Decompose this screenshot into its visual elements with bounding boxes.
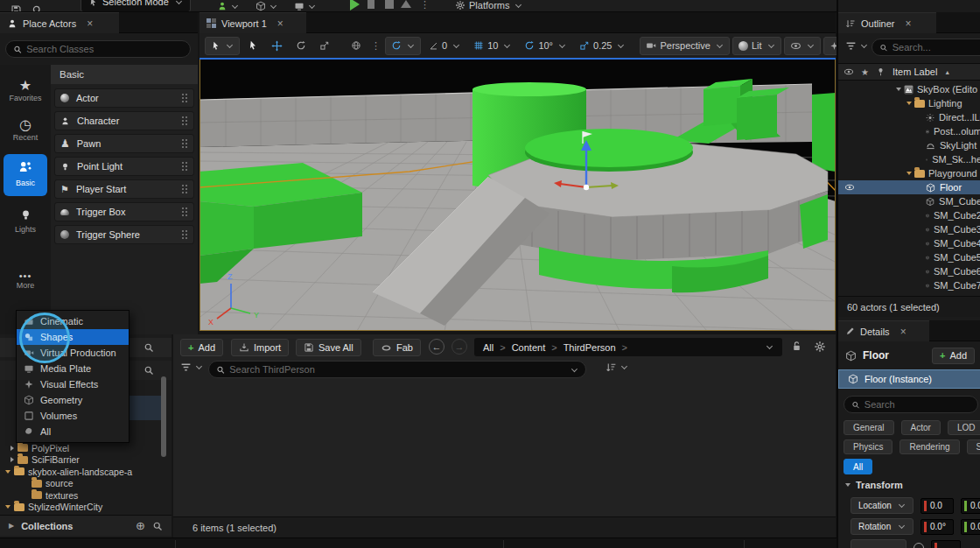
sort-view-dropdown[interactable] (606, 362, 628, 373)
search-icon[interactable] (152, 521, 163, 531)
placeable-item-player-start[interactable]: ⚑ Player Start (54, 179, 194, 199)
rotate-tool-button[interactable] (290, 37, 312, 55)
scale-lock-icon[interactable] (914, 543, 924, 548)
blueprints-button[interactable] (256, 1, 277, 11)
close-icon[interactable]: × (87, 18, 93, 30)
drag-handle[interactable] (181, 93, 188, 103)
chip-all[interactable]: All (844, 459, 872, 474)
folder-tree-selected-row[interactable] (130, 396, 161, 420)
scale-dropdown[interactable] (850, 539, 906, 548)
rail-item-favorites[interactable]: ★ Favorites (0, 77, 51, 102)
outliner-row[interactable]: Lighting (838, 96, 980, 110)
component-row-selected[interactable]: Floor (Instance) (838, 369, 980, 389)
forward-button[interactable]: → (452, 339, 467, 355)
visibility-eye-icon[interactable] (844, 182, 855, 193)
caret-right-icon[interactable] (10, 457, 14, 462)
outliner-row[interactable]: Post...olum (838, 124, 980, 138)
stop-button[interactable] (385, 0, 394, 9)
scale-snap-dropdown[interactable]: 0.25 (574, 37, 630, 55)
placeable-item-trigger-sphere[interactable]: Trigger Sphere (54, 225, 194, 244)
drag-handle[interactable] (181, 229, 188, 240)
breadcrumb-thirdperson[interactable]: ThirdPerson (564, 342, 616, 353)
drag-handle[interactable] (181, 207, 188, 217)
outliner-row[interactable]: Direct...lLi (838, 110, 980, 124)
rotation-dropdown[interactable]: Rotation (850, 518, 914, 535)
collections-bar[interactable]: ▶ Collections ⊕ (0, 515, 172, 536)
scrollbar[interactable] (161, 376, 166, 457)
outliner-row-selected[interactable]: Floor (838, 180, 980, 194)
add-component-button[interactable]: +Add (932, 348, 975, 364)
drag-handle[interactable] (181, 184, 188, 194)
scale-x-field[interactable] (931, 540, 961, 548)
location-dropdown[interactable]: Location (850, 497, 914, 514)
placeable-item-character[interactable]: Character (54, 111, 194, 130)
drag-handle[interactable] (181, 161, 188, 172)
grid-snap-dropdown[interactable]: 10 (468, 37, 516, 55)
back-button[interactable]: ← (429, 339, 444, 355)
tree-item-skybox-alien[interactable]: skybox-alien-landscape-a (0, 466, 161, 478)
search-icon[interactable] (144, 342, 154, 353)
star-icon[interactable]: ★ (861, 67, 869, 77)
cinematics-button[interactable] (294, 1, 316, 11)
close-icon[interactable]: × (900, 326, 906, 338)
outliner-row[interactable]: SkyBox (Edito (838, 82, 980, 96)
placeable-item-pawn[interactable]: ♟ Pawn (54, 134, 194, 153)
tree-item-source[interactable]: source (0, 478, 161, 490)
rail-item-more[interactable]: ••• More (0, 270, 51, 290)
placeable-item-trigger-box[interactable]: Trigger Box (54, 202, 194, 221)
kebab-icon[interactable]: ⋮ (371, 40, 381, 52)
menu-item-geometry[interactable]: Geometry (17, 392, 129, 408)
outliner-row[interactable]: Playground (838, 166, 980, 180)
menu-item-media-plate[interactable]: Media Plate (17, 361, 129, 376)
close-icon[interactable]: × (277, 18, 284, 30)
scale-tool-button[interactable] (314, 37, 335, 55)
settings-gear-icon[interactable] (814, 341, 826, 353)
lit-mode-dropdown[interactable]: Lit (732, 37, 781, 55)
sort-asc-icon[interactable]: ▲ (944, 69, 950, 75)
tab-viewport-1[interactable]: Viewport 1 × (200, 12, 306, 33)
placeable-item-point-light[interactable]: Point Light (54, 157, 194, 176)
find-in-blueprints-icon[interactable] (32, 2, 43, 12)
tree-item-textures[interactable]: textures (0, 489, 161, 502)
location-y-field[interactable]: 0.0 (961, 498, 980, 514)
drag-handle[interactable] (181, 116, 188, 126)
platforms-dropdown[interactable]: Platforms (455, 0, 522, 11)
filter-dropdown[interactable] (180, 362, 203, 373)
rotation-y-field[interactable]: 0.0° (961, 519, 980, 535)
chip-streaming[interactable]: Stre (967, 439, 980, 454)
tree-item-polypixel[interactable]: PolyPixel (0, 442, 161, 454)
chip-general[interactable]: General (844, 420, 894, 435)
details-search-input[interactable] (864, 399, 970, 410)
transform-mode-dropdown[interactable] (205, 37, 240, 55)
outliner-column-header[interactable]: ★ Item Label ▲ (838, 63, 980, 81)
add-button[interactable]: +Add (180, 339, 223, 356)
save-icon[interactable] (10, 2, 22, 12)
eye-icon[interactable] (844, 67, 854, 77)
content-search-input[interactable] (229, 364, 564, 375)
rail-item-basic[interactable]: Basic (4, 154, 47, 196)
outliner-row[interactable]: SM_Cube (838, 194, 980, 208)
caret-down-icon[interactable] (5, 505, 10, 509)
tab-place-actors[interactable]: Place Actors × (0, 12, 119, 33)
snap-rotate-dropdown[interactable] (385, 37, 421, 55)
menu-item-all[interactable]: All (17, 424, 129, 439)
skip-button[interactable] (368, 0, 374, 9)
move-tool-button[interactable] (266, 37, 288, 55)
chip-physics[interactable]: Physics (844, 439, 892, 454)
breadcrumb-chevron[interactable] (766, 343, 773, 349)
tab-outliner[interactable]: Outliner × (838, 12, 936, 33)
outliner-row[interactable]: SM_Cube6 (838, 264, 980, 278)
location-x-field[interactable]: 0.0 (920, 498, 954, 514)
pin-icon[interactable] (876, 67, 886, 77)
caret-right-icon[interactable]: ▶ (9, 522, 14, 530)
breadcrumb-all[interactable]: All (483, 342, 494, 353)
tab-details[interactable]: Details × (838, 320, 929, 341)
perspective-dropdown[interactable]: Perspective (640, 37, 729, 55)
rail-item-recent[interactable]: ◷ Recent (0, 116, 51, 142)
world-local-toggle[interactable] (346, 37, 367, 55)
outliner-row[interactable]: SM_Cube7 (838, 278, 980, 292)
unlock-icon[interactable] (791, 341, 802, 352)
outliner-row[interactable]: SM_Cube2 (838, 208, 980, 222)
menu-item-volumes[interactable]: Volumes (17, 408, 129, 424)
chip-rendering[interactable]: Rendering (900, 439, 959, 454)
